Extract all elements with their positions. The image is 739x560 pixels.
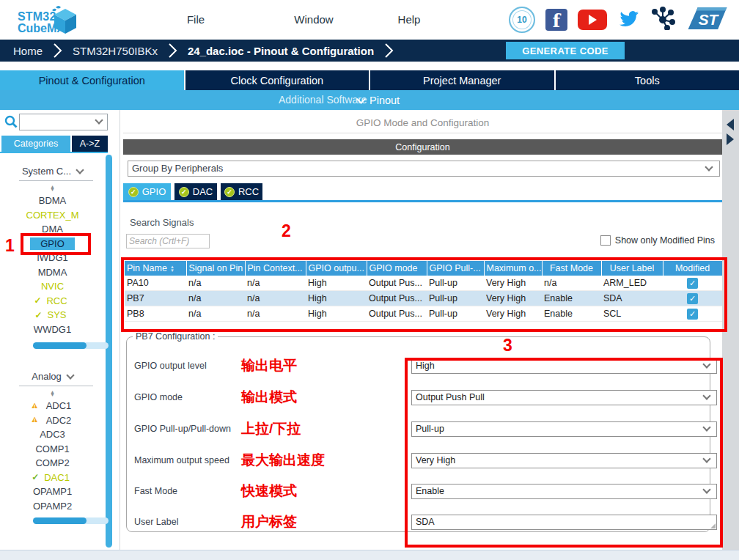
pin-cell[interactable]: n/a	[245, 306, 306, 322]
sidebar-item-adc3[interactable]: ADC3	[0, 427, 105, 442]
pin-cell[interactable]: n/a	[186, 276, 245, 291]
pin-cell[interactable]: High	[306, 276, 367, 291]
peripheral-tab-dac[interactable]: ✓DAC	[174, 183, 217, 200]
breadcrumb-item[interactable]: 24_dac.ioc - Pinout & Configuration	[188, 45, 374, 57]
pin-cell[interactable]: n/a	[542, 276, 601, 291]
twitter-icon[interactable]	[617, 8, 641, 32]
pin-cell[interactable]: n/a	[186, 291, 245, 306]
sidebar-horizontal-scrollbar[interactable]	[33, 517, 109, 524]
pin-cell[interactable]: n/a	[245, 291, 306, 306]
scrollbar-thumb[interactable]	[33, 342, 87, 349]
pin-cell[interactable]: High	[306, 306, 367, 322]
sidebar-item-bdma[interactable]: BDMA	[0, 194, 105, 208]
pin-cell[interactable]: n/a	[245, 276, 306, 291]
checkbox-icon[interactable]	[600, 235, 611, 246]
collapse-left-arrow-icon[interactable]	[727, 119, 734, 130]
list-scroll-spinner[interactable]: ▴▾	[0, 183, 105, 194]
pin-cell[interactable]: Enable	[542, 291, 601, 306]
modified-checkbox-checked[interactable]: ✓	[687, 293, 698, 304]
sidebar-item-iwdg1[interactable]: IWDG1	[0, 251, 105, 265]
sidebar-tab-categories[interactable]: Categories	[1, 136, 70, 152]
show-only-modified-pins-checkbox[interactable]: Show only Modified Pins	[600, 235, 715, 246]
pin-cell[interactable]: ARM_LED	[601, 276, 663, 291]
field-select-enable[interactable]: Enable	[411, 484, 717, 499]
pin-cell[interactable]: Output Pus...	[367, 291, 427, 306]
sidebar-group-title[interactable]: System C...	[0, 163, 105, 179]
sidebar-horizontal-scrollbar[interactable]	[33, 342, 109, 349]
pin-cell[interactable]: PB7	[125, 291, 186, 306]
pin-row-pb8[interactable]: PB8n/an/aHighOutput Pus...Pull-upVery Hi…	[125, 306, 722, 322]
modified-cell[interactable]: ✓	[663, 276, 722, 291]
breadcrumb-item[interactable]: Home	[13, 45, 43, 57]
sidebar-item-comp1[interactable]: COMP1	[0, 442, 105, 457]
sidebar-search-combo[interactable]	[19, 114, 108, 130]
tab-tools[interactable]: Tools	[554, 70, 739, 90]
peripheral-tab-gpio[interactable]: ✓GPIO	[123, 183, 171, 200]
pin-cell[interactable]: SCL	[601, 306, 663, 322]
sidebar-item-mdma[interactable]: MDMA	[0, 265, 105, 280]
modified-cell[interactable]: ✓	[663, 291, 722, 306]
tab-project-manager[interactable]: Project Manager	[369, 70, 554, 90]
sidebar-item-nvic[interactable]: NVIC	[0, 279, 105, 294]
sidebar-item-gpio[interactable]: GPIO	[0, 237, 105, 251]
pin-cell[interactable]: Pull-up	[427, 291, 484, 306]
list-scroll-spinner[interactable]: ▴▾	[0, 388, 105, 399]
field-select-pull-up[interactable]: Pull-up	[411, 421, 717, 437]
pin-cell[interactable]: Pull-up	[427, 276, 484, 291]
pin-cell[interactable]: Pull-up	[427, 306, 484, 322]
pin-row-pa10[interactable]: PA10n/an/aHighOutput Pus...Pull-upVery H…	[125, 276, 722, 291]
modified-cell[interactable]: ✓	[663, 306, 722, 322]
expand-right-arrow-icon[interactable]	[727, 133, 734, 145]
sidebar-item-dma[interactable]: DMA	[0, 222, 105, 237]
sidebar-item-adc2[interactable]: ▲!ADC2	[0, 413, 105, 428]
scrollbar-thumb[interactable]	[33, 517, 87, 524]
pin-cell[interactable]: Output Pus...	[367, 276, 427, 291]
column-header-gpio-outpu-[interactable]: GPIO outpu...	[306, 261, 367, 276]
group-by-peripherals-select[interactable]: Group By Peripherals	[128, 161, 720, 177]
peripheral-tab-rcc[interactable]: ✓RCC	[221, 183, 262, 200]
sidebar-item-opamp2[interactable]: OPAMP2	[0, 499, 105, 514]
column-header-modified[interactable]: Modified	[663, 261, 722, 276]
search-signals-input[interactable]	[126, 234, 210, 248]
user-label-input[interactable]: SDA	[411, 515, 717, 530]
column-header-fast-mode[interactable]: Fast Mode	[542, 261, 601, 276]
menu-item-window[interactable]: Window	[292, 0, 336, 40]
column-header-maximum-o-[interactable]: Maximum o...	[484, 261, 542, 276]
pin-cell[interactable]: Output Pus...	[367, 306, 427, 322]
field-select-high[interactable]: High	[411, 358, 717, 374]
column-header-pin-context-[interactable]: Pin Context...	[245, 261, 306, 276]
pinout-dropdown[interactable]: Pinout	[358, 90, 400, 110]
column-header-gpio-pull-[interactable]: GPIO Pull-...	[427, 261, 484, 276]
breadcrumb-item[interactable]: STM32H750IBKx	[73, 45, 158, 57]
tab-pinout-configuration[interactable]: Pinout & Configuration	[0, 70, 184, 90]
sidebar-item-opamp1[interactable]: OPAMP1	[0, 485, 105, 499]
pin-cell[interactable]: Very High	[484, 291, 542, 306]
community-icon[interactable]	[651, 7, 676, 33]
sidebar-item-dac1[interactable]: ✓DAC1	[0, 471, 105, 485]
column-header-signal-on-pin[interactable]: Signal on Pin	[186, 261, 245, 276]
st-logo-icon[interactable]: ST	[686, 6, 729, 34]
pin-cell[interactable]: Very High	[484, 306, 542, 322]
column-header-pin-name[interactable]: Pin Name▲▼	[125, 261, 186, 276]
sidebar-tab-a-to-z[interactable]: A->Z	[72, 136, 108, 152]
pin-cell[interactable]: n/a	[186, 306, 245, 322]
facebook-icon[interactable]: f	[545, 9, 567, 31]
sidebar-vertical-scrollbar[interactable]	[106, 155, 112, 548]
modified-checkbox-checked[interactable]: ✓	[687, 278, 698, 289]
sidebar-item-rcc[interactable]: ✓RCC	[0, 294, 105, 309]
menu-item-help[interactable]: Help	[387, 0, 431, 40]
pin-cell[interactable]: High	[306, 291, 367, 306]
tab-clock-configuration[interactable]: Clock Configuration	[184, 70, 370, 90]
ten-years-badge-icon[interactable]: 10	[509, 7, 535, 33]
additional-software-link[interactable]: Additional Software	[279, 90, 367, 110]
column-header-gpio-mode[interactable]: GPIO mode	[367, 261, 427, 276]
sidebar-group-title[interactable]: Analog	[0, 368, 105, 384]
pin-cell[interactable]: PB8	[125, 306, 186, 322]
stm32cubemx-logo[interactable]: STM32 CubeMX	[7, 4, 88, 38]
pin-cell[interactable]: PA10	[125, 276, 186, 291]
sidebar-item-comp2[interactable]: COMP2	[0, 456, 105, 471]
pin-cell[interactable]: Enable	[542, 306, 601, 322]
pin-row-pb7[interactable]: PB7n/an/aHighOutput Pus...Pull-upVery Hi…	[125, 291, 722, 306]
field-select-very-high[interactable]: Very High	[411, 453, 717, 468]
youtube-icon[interactable]	[578, 10, 607, 30]
